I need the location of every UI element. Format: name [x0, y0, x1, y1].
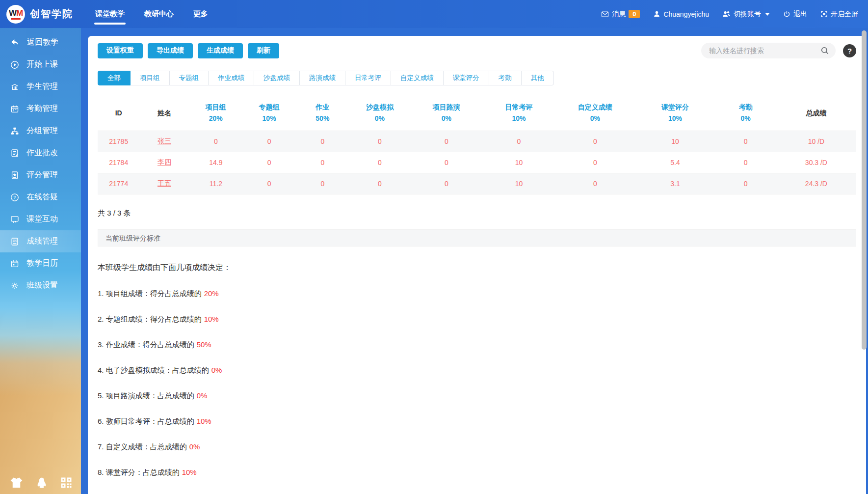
filter-tab-daily-review[interactable]: 日常考评 [345, 71, 391, 85]
top-nav: 课堂教学 教研中心 更多 [95, 0, 208, 28]
total-score-cell: 24.3 /D [776, 180, 856, 188]
sidebar-item-class-settings[interactable]: 班级设置 [0, 274, 81, 297]
score-cell: 0 [296, 159, 349, 166]
standard-item: 6. 教师日常考评：占总成绩的10% [98, 417, 856, 426]
sidebar-item-attendance-management[interactable]: 考勤管理 [0, 98, 81, 120]
student-id: 21785 [98, 137, 139, 145]
standard-percent: 10% [204, 315, 219, 323]
filter-tab-all[interactable]: 全部 [98, 71, 131, 85]
qrcode-icon[interactable] [60, 477, 72, 489]
student-id: 21784 [98, 159, 139, 166]
tshirt-icon[interactable] [10, 477, 23, 489]
row-count-summary: 共 3 / 3 条 [98, 209, 856, 218]
power-icon [783, 10, 790, 18]
student-name-link[interactable]: 王五 [139, 179, 189, 188]
qq-icon[interactable] [36, 476, 48, 489]
scrollbar[interactable] [862, 30, 867, 350]
student-name-link[interactable]: 李四 [139, 158, 189, 167]
standard-percent: 50% [197, 340, 211, 349]
user-icon [653, 10, 660, 18]
score-cell: 0 [349, 159, 410, 166]
messages-button[interactable]: 消息 0 [601, 10, 640, 19]
col-name: 姓名 [139, 102, 189, 124]
sidebar: 返回教学 开始上课 学生管理 考勤管理 分组管理 作业批改 [0, 28, 81, 494]
standard-item: 3. 作业成绩：得分占总成绩的50% [98, 340, 856, 350]
total-score-cell: 30.3 /D [776, 159, 856, 166]
filter-tab-roadshow[interactable]: 路演成绩 [299, 71, 345, 85]
logo-underline [11, 18, 21, 20]
students-icon [10, 82, 19, 91]
sidebar-item-student-management[interactable]: 学生管理 [0, 76, 81, 98]
col-total: 总成绩 [776, 102, 856, 124]
search-box [701, 43, 836, 58]
score-cell: 10 [635, 137, 715, 145]
score-cell: 0 [555, 159, 635, 166]
tab-research-center[interactable]: 教研中心 [144, 0, 174, 28]
homework-icon [10, 149, 19, 158]
sidebar-item-group-management[interactable]: 分组管理 [0, 120, 81, 142]
score-cell: 0 [349, 180, 410, 188]
filter-tab-classroom-rating[interactable]: 课堂评分 [443, 71, 489, 85]
filter-tabs: 全部 项目组 专题组 作业成绩 沙盘成绩 路演成绩 日常考评 自定义成绩 课堂评… [98, 71, 856, 85]
standard-percent: 10% [197, 417, 211, 425]
sidebar-item-grade-management[interactable]: 100 成绩管理 [0, 230, 81, 252]
standard-item: 7. 自定义成绩：占总成绩的0% [98, 442, 856, 452]
table-row: 21774 王五 11.2 0 0 0 0 10 0 3.1 0 24.3 /D [98, 173, 856, 194]
brand-logo-icon: WM [6, 5, 25, 24]
topbar-right: 消息 0 Chuangyejichu 切换账号 退出 开启全屏 [601, 10, 868, 19]
sidebar-item-teaching-calendar[interactable]: 教学日历 [0, 252, 81, 274]
groups-icon [10, 127, 19, 136]
search-icon[interactable] [820, 46, 829, 55]
filter-tab-attendance[interactable]: 考勤 [489, 71, 522, 85]
sidebar-item-homework-grading[interactable]: 作业批改 [0, 142, 81, 164]
sidebar-item-start-class[interactable]: 开始上课 [0, 54, 81, 76]
logout-button[interactable]: 退出 [783, 10, 807, 19]
score-cell: 3.1 [635, 180, 715, 188]
filter-tab-custom[interactable]: 自定义成绩 [391, 71, 444, 85]
user-menu[interactable]: Chuangyejichu [653, 10, 709, 18]
tab-more[interactable]: 更多 [193, 0, 208, 28]
filter-tab-topic-group[interactable]: 专题组 [169, 71, 209, 85]
export-grades-button[interactable]: 导出成绩 [148, 43, 193, 58]
col-custom: 自定义成绩0% [555, 102, 635, 124]
help-button[interactable]: ? [843, 44, 856, 57]
back-icon [10, 39, 20, 47]
score-cell: 0 [296, 180, 349, 188]
play-circle-icon [10, 60, 19, 69]
search-input[interactable] [701, 43, 836, 58]
table-row: 21784 李四 14.9 0 0 0 0 10 0 5.4 0 30.3 /D [98, 152, 856, 173]
standard-item: 2. 专题组成绩：得分占总成绩的10% [98, 315, 856, 324]
score-cell: 0 [483, 137, 555, 145]
score-cell: 0 [242, 159, 296, 166]
student-name-link[interactable]: 张三 [139, 137, 189, 146]
total-score-cell: 10 /D [776, 137, 856, 145]
sidebar-item-scoring-management[interactable]: 评分管理 [0, 164, 81, 186]
content-card: 设置权重 导出成绩 生成成绩 刷新 ? 全部 项目组 专题组 作业成绩 沙盘成绩… [88, 36, 866, 494]
tab-classroom-teaching[interactable]: 课堂教学 [95, 0, 125, 28]
sidebar-item-online-qa[interactable]: ? 在线答疑 [0, 186, 81, 208]
standard-percent: 0% [197, 391, 208, 400]
filter-tab-sandbox[interactable]: 沙盘成绩 [254, 71, 300, 85]
col-sandbox: 沙盘模拟0% [349, 102, 410, 124]
filter-tab-homework[interactable]: 作业成绩 [208, 71, 254, 85]
filter-tab-project-group[interactable]: 项目组 [130, 71, 170, 85]
set-weights-button[interactable]: 设置权重 [98, 43, 143, 58]
score-cell: 14.9 [189, 159, 242, 166]
score-cell: 0 [349, 137, 410, 145]
sidebar-item-back-to-teaching[interactable]: 返回教学 [0, 31, 81, 54]
col-roadshow: 项目路演0% [410, 102, 483, 124]
score-cell: 0 [715, 137, 776, 145]
score-cell: 0 [715, 159, 776, 166]
grades-table: ID 姓名 项目组20% 专题组10% 作业50% 沙盘模拟0% 项目路演0% … [98, 96, 856, 194]
filter-tab-other[interactable]: 其他 [521, 71, 554, 85]
standard-percent: 0% [189, 442, 200, 451]
main-content: 设置权重 导出成绩 生成成绩 刷新 ? 全部 项目组 专题组 作业成绩 沙盘成绩… [81, 28, 868, 494]
grades-icon: 100 [10, 237, 19, 246]
switch-account-button[interactable]: 切换账号 [722, 10, 770, 19]
sidebar-item-classroom-interaction[interactable]: 课堂互动 [0, 208, 81, 230]
refresh-button[interactable]: 刷新 [248, 43, 279, 58]
generate-grades-button[interactable]: 生成成绩 [198, 43, 243, 58]
svg-text:100: 100 [13, 239, 17, 242]
fullscreen-button[interactable]: 开启全屏 [820, 10, 858, 19]
standard-percent: 20% [204, 289, 219, 298]
